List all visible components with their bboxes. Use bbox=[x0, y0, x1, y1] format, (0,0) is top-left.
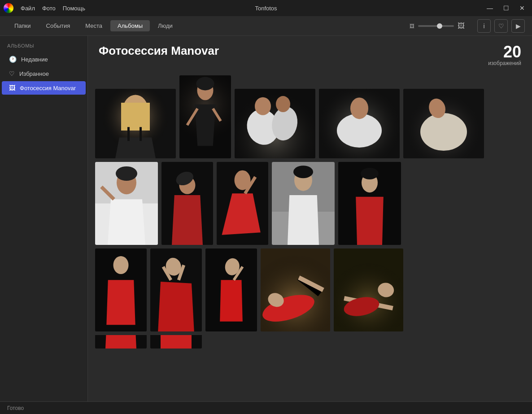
photo-thumb-13[interactable] bbox=[205, 248, 257, 331]
image-count-block: 20 изображений bbox=[488, 44, 521, 66]
sidebar-item-favorites-label: Избранное bbox=[19, 70, 49, 77]
toolbar-right-icons: i ♡ ▶ bbox=[477, 19, 525, 33]
tab-albums[interactable]: Альбомы bbox=[110, 20, 150, 31]
photo-thumb-2[interactable] bbox=[179, 75, 231, 158]
photo-thumb-14[interactable] bbox=[261, 248, 330, 331]
toolbar: Папки События Места Альбомы Люди 🖼 🖼 i ♡… bbox=[0, 16, 532, 36]
menu-photo[interactable]: Фото bbox=[42, 5, 56, 12]
app-title: Tonfotos bbox=[255, 5, 277, 12]
menu-help[interactable]: Помощь bbox=[63, 5, 85, 12]
photo-thumb-4[interactable] bbox=[319, 89, 400, 158]
info-button[interactable]: i bbox=[477, 19, 491, 33]
zoom-control: 🖼 🖼 bbox=[410, 22, 465, 30]
photo-row-1 bbox=[95, 75, 525, 158]
photo-thumb-12[interactable] bbox=[150, 248, 202, 331]
nav-tabs: Папки События Места Альбомы Люди bbox=[7, 20, 180, 31]
titlebar-left: Файл Фото Помощь bbox=[4, 3, 85, 13]
sidebar-item-favorites[interactable]: ♡ Избранное bbox=[2, 67, 86, 80]
titlebar: Файл Фото Помощь Tonfotos — ☐ ✕ bbox=[0, 0, 532, 16]
tab-events[interactable]: События bbox=[39, 20, 78, 31]
app-logo-icon bbox=[4, 3, 13, 13]
minimize-button[interactable]: — bbox=[484, 4, 496, 13]
sidebar-item-manovar-label: Фотосессия Manovar bbox=[20, 85, 76, 92]
tab-places[interactable]: Места bbox=[78, 20, 109, 31]
photo-thumb-8[interactable] bbox=[217, 162, 268, 245]
zoom-slider[interactable] bbox=[418, 25, 454, 27]
maximize-button[interactable]: ☐ bbox=[500, 4, 512, 13]
photo-thumb-16[interactable] bbox=[95, 335, 147, 349]
menu-bar: Файл Фото Помощь bbox=[21, 5, 85, 12]
main-layout: Альбомы 🕐 Недавние ♡ Избранное 🖼 Фотосес… bbox=[0, 36, 532, 401]
favorites-button[interactable]: ♡ bbox=[494, 19, 508, 33]
sidebar-item-recent[interactable]: 🕐 Недавние bbox=[2, 52, 86, 66]
album-icon: 🖼 bbox=[9, 84, 15, 92]
recent-icon: 🕐 bbox=[9, 56, 17, 63]
play-button[interactable]: ▶ bbox=[511, 19, 525, 33]
image-count-label: изображений bbox=[488, 60, 521, 66]
sidebar-item-recent-label: Недавние bbox=[21, 56, 48, 63]
photo-thumb-10[interactable] bbox=[338, 162, 401, 245]
photo-thumb-3[interactable] bbox=[235, 89, 315, 158]
photo-thumb-5[interactable] bbox=[403, 89, 484, 158]
tab-folders[interactable]: Папки bbox=[7, 20, 38, 31]
photo-thumb-9[interactable] bbox=[272, 162, 335, 245]
sidebar-item-manovar[interactable]: 🖼 Фотосессия Manovar bbox=[2, 81, 86, 95]
photo-row-2 bbox=[95, 162, 525, 245]
photo-grid bbox=[88, 72, 532, 401]
menu-file[interactable]: Файл bbox=[21, 5, 35, 12]
statusbar: Готово bbox=[0, 401, 532, 414]
sidebar: Альбомы 🕐 Недавние ♡ Избранное 🖼 Фотосес… bbox=[0, 36, 88, 401]
photo-thumb-7[interactable] bbox=[161, 162, 213, 245]
close-button[interactable]: ✕ bbox=[516, 4, 528, 13]
album-title: Фотосессия Manovar bbox=[99, 44, 219, 58]
photo-thumb-1[interactable] bbox=[95, 89, 176, 158]
photo-thumb-11[interactable] bbox=[95, 248, 147, 331]
photo-row-3 bbox=[95, 248, 525, 331]
photo-thumb-15[interactable] bbox=[334, 248, 403, 331]
image-count-number: 20 bbox=[488, 44, 521, 60]
sidebar-section-title: Альбомы bbox=[0, 41, 87, 52]
zoom-small-icon: 🖼 bbox=[410, 23, 414, 29]
zoom-large-icon: 🖼 bbox=[458, 22, 465, 30]
heart-icon: ♡ bbox=[9, 70, 15, 77]
photo-row-4 bbox=[95, 335, 525, 349]
photo-thumb-6[interactable] bbox=[95, 162, 158, 245]
window-controls: — ☐ ✕ bbox=[484, 4, 528, 13]
tab-people[interactable]: Люди bbox=[151, 20, 180, 31]
photo-thumb-17[interactable] bbox=[150, 335, 202, 349]
content-header: Фотосессия Manovar 20 изображений bbox=[88, 36, 532, 72]
content-area: Фотосессия Manovar 20 изображений bbox=[88, 36, 532, 401]
status-text: Готово bbox=[7, 405, 24, 411]
